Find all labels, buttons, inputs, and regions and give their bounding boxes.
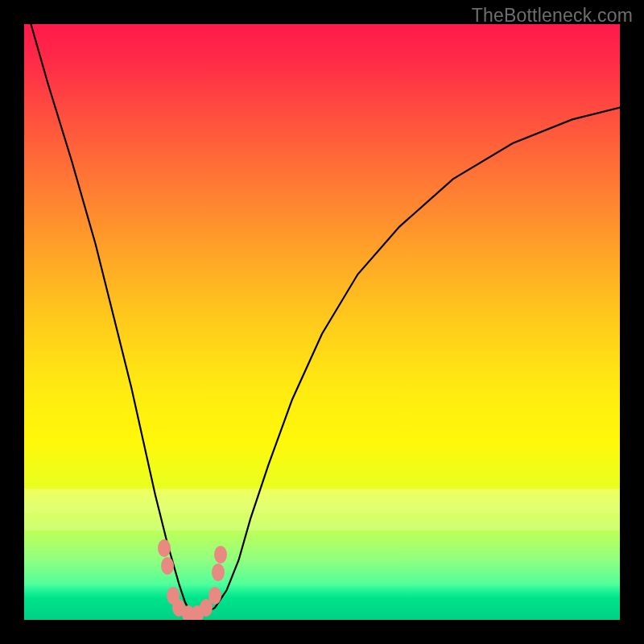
curve-marker: [214, 546, 227, 564]
bottleneck-curve: [24, 24, 620, 620]
curve-marker: [158, 539, 171, 557]
curve-marker: [208, 587, 221, 605]
watermark-text: TheBottleneck.com: [472, 5, 633, 27]
curve-marker: [161, 557, 174, 575]
chart-frame: [24, 24, 620, 620]
curve-marker: [212, 564, 225, 581]
